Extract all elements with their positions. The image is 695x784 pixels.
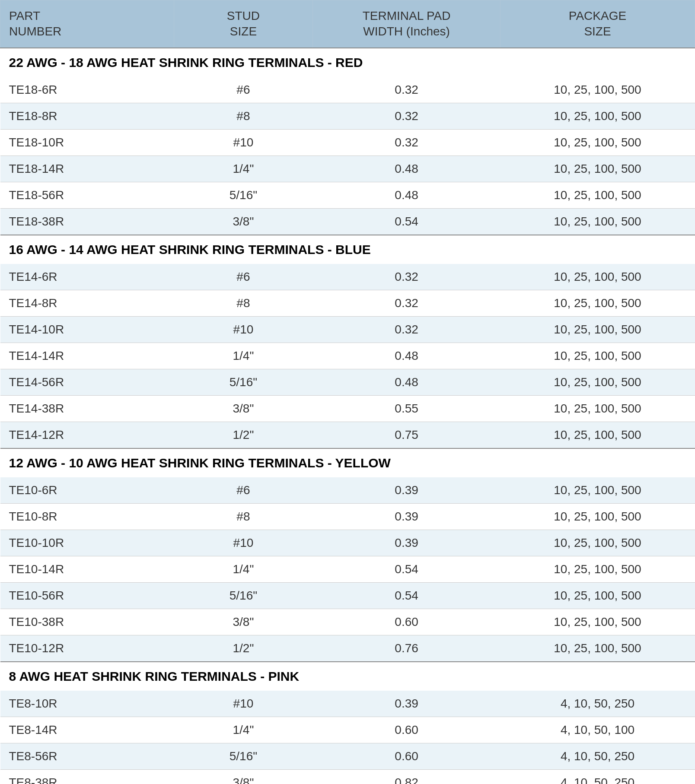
section-title-3: 8 AWG HEAT SHRINK RING TERMINALS - PINK <box>0 662 695 691</box>
cell-part-number: TE8-10R <box>0 691 174 717</box>
cell-part-number: TE14-8R <box>0 290 174 316</box>
table-row: TE8-14R1/4"0.604, 10, 50, 100 <box>0 717 695 743</box>
cell-package-size: 10, 25, 100, 500 <box>501 290 695 316</box>
cell-package-size: 10, 25, 100, 500 <box>501 77 695 103</box>
cell-stud-size: 3/8" <box>174 769 312 784</box>
table-row: TE10-10R#100.3910, 25, 100, 500 <box>0 530 695 556</box>
cell-part-number: TE10-10R <box>0 530 174 556</box>
cell-part-number: TE8-14R <box>0 717 174 743</box>
cell-part-number: TE18-10R <box>0 129 174 156</box>
main-table-container: PART NUMBER STUD SIZE TERMINAL PAD WIDTH… <box>0 0 695 784</box>
cell-package-size: 4, 10, 50, 250 <box>501 743 695 769</box>
cell-stud-size: 1/2" <box>174 635 312 662</box>
cell-terminal-pad: 0.60 <box>313 743 501 769</box>
cell-package-size: 10, 25, 100, 500 <box>501 369 695 395</box>
cell-part-number: TE14-6R <box>0 264 174 290</box>
cell-terminal-pad: 0.32 <box>313 264 501 290</box>
cell-package-size: 4, 10, 50, 250 <box>501 691 695 717</box>
cell-part-number: TE10-12R <box>0 635 174 662</box>
cell-terminal-pad: 0.60 <box>313 717 501 743</box>
cell-part-number: TE18-6R <box>0 77 174 103</box>
table-row: TE14-14R1/4"0.4810, 25, 100, 500 <box>0 343 695 369</box>
cell-package-size: 4, 10, 50, 100 <box>501 717 695 743</box>
table-row: TE10-56R5/16"0.5410, 25, 100, 500 <box>0 582 695 609</box>
header-terminal-pad: TERMINAL PAD WIDTH (Inches) <box>313 0 501 48</box>
cell-terminal-pad: 0.32 <box>313 129 501 156</box>
cell-terminal-pad: 0.32 <box>313 103 501 129</box>
cell-stud-size: #6 <box>174 264 312 290</box>
cell-stud-size: 5/16" <box>174 743 312 769</box>
table-row: TE18-56R5/16"0.4810, 25, 100, 500 <box>0 182 695 208</box>
table-row: TE18-14R1/4"0.4810, 25, 100, 500 <box>0 156 695 182</box>
cell-part-number: TE18-38R <box>0 208 174 235</box>
cell-package-size: 10, 25, 100, 500 <box>501 264 695 290</box>
cell-stud-size: 3/8" <box>174 208 312 235</box>
section-header-2: 12 AWG - 10 AWG HEAT SHRINK RING TERMINA… <box>0 448 695 477</box>
cell-terminal-pad: 0.76 <box>313 635 501 662</box>
cell-package-size: 10, 25, 100, 500 <box>501 156 695 182</box>
header-package-size: PACKAGE SIZE <box>501 0 695 48</box>
cell-stud-size: 1/4" <box>174 343 312 369</box>
cell-terminal-pad: 0.48 <box>313 369 501 395</box>
cell-part-number: TE10-6R <box>0 477 174 504</box>
cell-package-size: 10, 25, 100, 500 <box>501 503 695 530</box>
table-row: TE8-10R#100.394, 10, 50, 250 <box>0 691 695 717</box>
cell-stud-size: 3/8" <box>174 609 312 635</box>
cell-stud-size: #6 <box>174 77 312 103</box>
cell-terminal-pad: 0.54 <box>313 556 501 582</box>
table-row: TE18-6R#60.3210, 25, 100, 500 <box>0 77 695 103</box>
cell-package-size: 10, 25, 100, 500 <box>501 530 695 556</box>
cell-stud-size: 1/4" <box>174 156 312 182</box>
cell-package-size: 10, 25, 100, 500 <box>501 556 695 582</box>
cell-terminal-pad: 0.32 <box>313 290 501 316</box>
section-title-1: 16 AWG - 14 AWG HEAT SHRINK RING TERMINA… <box>0 235 695 264</box>
table-row: TE10-6R#60.3910, 25, 100, 500 <box>0 477 695 504</box>
cell-stud-size: #10 <box>174 316 312 343</box>
cell-stud-size: 5/16" <box>174 582 312 609</box>
cell-stud-size: 1/4" <box>174 556 312 582</box>
cell-package-size: 10, 25, 100, 500 <box>501 129 695 156</box>
cell-part-number: TE14-38R <box>0 395 174 422</box>
section-header-3: 8 AWG HEAT SHRINK RING TERMINALS - PINK <box>0 662 695 691</box>
cell-package-size: 10, 25, 100, 500 <box>501 103 695 129</box>
cell-part-number: TE10-38R <box>0 609 174 635</box>
table-row: TE14-6R#60.3210, 25, 100, 500 <box>0 264 695 290</box>
table-row: TE14-38R3/8"0.5510, 25, 100, 500 <box>0 395 695 422</box>
cell-part-number: TE8-38R <box>0 769 174 784</box>
cell-terminal-pad: 0.54 <box>313 582 501 609</box>
cell-package-size: 10, 25, 100, 500 <box>501 609 695 635</box>
section-title-2: 12 AWG - 10 AWG HEAT SHRINK RING TERMINA… <box>0 448 695 477</box>
table-row: TE18-38R3/8"0.5410, 25, 100, 500 <box>0 208 695 235</box>
cell-part-number: TE18-14R <box>0 156 174 182</box>
cell-terminal-pad: 0.32 <box>313 316 501 343</box>
header-stud-size: STUD SIZE <box>174 0 312 48</box>
header-part-number: PART NUMBER <box>0 0 174 48</box>
table-body: 22 AWG - 18 AWG HEAT SHRINK RING TERMINA… <box>0 48 695 784</box>
table-row: TE10-14R1/4"0.5410, 25, 100, 500 <box>0 556 695 582</box>
cell-stud-size: #10 <box>174 691 312 717</box>
table-row: TE18-8R#80.3210, 25, 100, 500 <box>0 103 695 129</box>
cell-stud-size: #10 <box>174 129 312 156</box>
cell-part-number: TE14-14R <box>0 343 174 369</box>
cell-package-size: 10, 25, 100, 500 <box>501 316 695 343</box>
section-header-0: 22 AWG - 18 AWG HEAT SHRINK RING TERMINA… <box>0 48 695 77</box>
cell-package-size: 10, 25, 100, 500 <box>501 395 695 422</box>
table-row: TE10-8R#80.3910, 25, 100, 500 <box>0 503 695 530</box>
table-row: TE18-10R#100.3210, 25, 100, 500 <box>0 129 695 156</box>
section-header-1: 16 AWG - 14 AWG HEAT SHRINK RING TERMINA… <box>0 235 695 264</box>
cell-package-size: 10, 25, 100, 500 <box>501 477 695 504</box>
section-title-0: 22 AWG - 18 AWG HEAT SHRINK RING TERMINA… <box>0 48 695 77</box>
cell-terminal-pad: 0.55 <box>313 395 501 422</box>
cell-part-number: TE10-56R <box>0 582 174 609</box>
cell-terminal-pad: 0.75 <box>313 422 501 448</box>
cell-package-size: 10, 25, 100, 500 <box>501 343 695 369</box>
table-row: TE10-12R1/2"0.7610, 25, 100, 500 <box>0 635 695 662</box>
table-row: TE14-56R5/16"0.4810, 25, 100, 500 <box>0 369 695 395</box>
cell-package-size: 10, 25, 100, 500 <box>501 208 695 235</box>
cell-terminal-pad: 0.48 <box>313 156 501 182</box>
cell-terminal-pad: 0.39 <box>313 691 501 717</box>
cell-part-number: TE14-12R <box>0 422 174 448</box>
cell-stud-size: #8 <box>174 103 312 129</box>
table-row: TE14-8R#80.3210, 25, 100, 500 <box>0 290 695 316</box>
cell-part-number: TE14-56R <box>0 369 174 395</box>
